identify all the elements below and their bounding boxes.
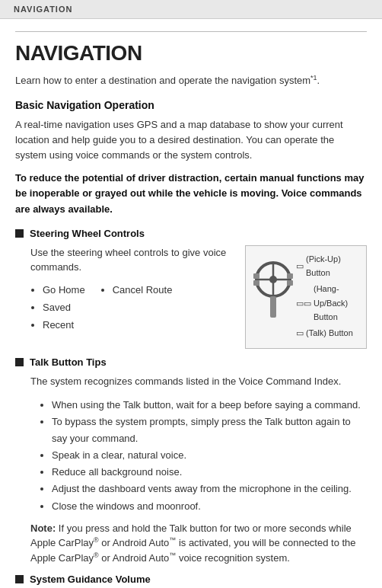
- page-title: NAVIGATION: [15, 41, 367, 66]
- svg-rect-9: [287, 280, 293, 286]
- note-sup-2: ™: [169, 536, 176, 544]
- svg-rect-7: [253, 280, 259, 286]
- list-item: Cancel Route: [113, 281, 173, 299]
- list-item: Go Home: [43, 281, 85, 299]
- sys-guidance-title: System Guidance Volume: [30, 574, 151, 585]
- note-text-4: or Android Auto: [99, 552, 170, 564]
- steering-list-1: Go Home Saved Recent: [30, 281, 85, 334]
- pickup-icon: ▭: [296, 259, 304, 273]
- note-sup-3: ®: [94, 551, 99, 559]
- steering-image-inner: ▭ (Pick-Up) Button ▭▭ (Hang-Up/Back) But…: [253, 252, 360, 342]
- talk-section-title: Talk Button Tips: [30, 356, 107, 368]
- steering-lists: Go Home Saved Recent Cancel Route: [30, 281, 237, 334]
- square-bullet-icon-talk: [15, 358, 24, 366]
- note-sup-4: ™: [169, 551, 176, 559]
- top-bar-label: NAVIGATION: [14, 5, 72, 14]
- hangup-icon: ▭▭: [296, 296, 311, 311]
- square-bullet-icon-sys: [15, 575, 24, 583]
- steering-desc: Use the steering wheel controls to give …: [30, 245, 237, 275]
- talk-label: (Talk) Button: [306, 326, 353, 340]
- hangup-label: (Hang-Up/Back) Button: [314, 282, 360, 324]
- svg-rect-6: [253, 273, 259, 279]
- talk-icon: ▭: [296, 326, 304, 340]
- svg-rect-8: [287, 273, 293, 279]
- steering-text-area: Use the steering wheel controls to give …: [30, 245, 237, 334]
- sys-guidance-bullet: System Guidance Volume: [15, 574, 367, 585]
- list-item: To bypass the system prompts, simply pre…: [52, 414, 367, 447]
- steering-controls-block: Use the steering wheel controls to give …: [30, 245, 367, 349]
- steering-content: Use the steering wheel controls to give …: [15, 245, 367, 349]
- list-item: Recent: [43, 316, 85, 334]
- top-bar: NAVIGATION: [0, 0, 382, 19]
- hangup-label-row: ▭▭ (Hang-Up/Back) Button: [296, 282, 360, 324]
- basic-nav-warning: To reduce the potential of driver distra…: [15, 171, 367, 216]
- pickup-label: (Pick-Up) Button: [306, 252, 360, 280]
- button-labels: ▭ (Pick-Up) Button ▭▭ (Hang-Up/Back) But…: [296, 252, 360, 342]
- list-item: Close the windows and moonroof.: [52, 498, 367, 515]
- intro-text: Learn how to enter a destination and ope…: [15, 73, 367, 88]
- steering-wheel-image: ▭ (Pick-Up) Button ▭▭ (Hang-Up/Back) But…: [245, 245, 367, 349]
- note-text-5: voice recognition system.: [176, 552, 290, 564]
- talk-desc: The system recognizes commands listed in…: [30, 374, 367, 389]
- pickup-label-row: ▭ (Pick-Up) Button: [296, 252, 360, 280]
- talk-content: The system recognizes commands listed in…: [15, 374, 367, 566]
- basic-nav-heading: Basic Navigation Operation: [15, 99, 367, 111]
- square-bullet-icon: [15, 229, 24, 238]
- list-item: Adjust the dashboard vents away from the…: [52, 481, 367, 497]
- talk-note: Note: If you press and hold the Talk but…: [30, 521, 367, 566]
- list-item: When using the Talk button, wait for a b…: [52, 397, 367, 414]
- list-item: Saved: [43, 299, 85, 316]
- intro-superscript: *1: [310, 74, 317, 81]
- wheel-svg: [253, 257, 291, 337]
- note-label: Note:: [30, 522, 56, 534]
- svg-point-5: [269, 276, 277, 283]
- basic-nav-para1: A real-time navigation uses GPS and a ma…: [15, 117, 367, 163]
- note-sup-1: ®: [94, 536, 99, 544]
- list-item: Speak in a clear, natural voice.: [52, 447, 367, 464]
- steering-list-2: Cancel Route: [100, 281, 173, 334]
- talk-label-row: ▭ (Talk) Button: [296, 326, 360, 340]
- divider: [15, 31, 367, 32]
- talk-section-bullet: Talk Button Tips: [15, 356, 367, 368]
- talk-tips-list: When using the Talk button, wait for a b…: [30, 397, 367, 515]
- note-text-2: or Android Auto: [99, 537, 170, 548]
- steering-section-title: Steering Wheel Controls: [30, 228, 145, 239]
- steering-section-bullet: Steering Wheel Controls: [15, 228, 367, 239]
- svg-rect-10: [270, 296, 276, 318]
- list-item: Reduce all background noise.: [52, 464, 367, 481]
- intro-text-content: Learn how to enter a destination and ope…: [15, 75, 310, 86]
